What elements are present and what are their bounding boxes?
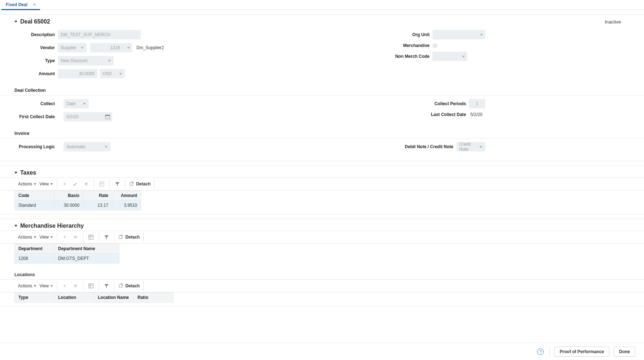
label-type: Type <box>14 58 58 63</box>
table-row[interactable]: 1208 DM:GTS_DEPT <box>15 254 630 263</box>
label-collect: Collect <box>14 101 58 106</box>
filter-icon[interactable] <box>103 233 110 241</box>
note-type-select: Credit Note <box>456 142 485 151</box>
table-row[interactable]: Standard 30.0000 13.17 3.9510 <box>15 201 630 210</box>
edit-icon <box>71 180 79 188</box>
label-non-merch-code: Non Merch Code <box>375 54 432 59</box>
actions-menu[interactable]: Actions <box>18 283 36 288</box>
svg-rect-2 <box>100 182 104 186</box>
svg-rect-10 <box>89 284 93 288</box>
table-header-row: Department Department Name <box>15 244 630 254</box>
label-collect-periods: Collect Periods <box>411 101 469 106</box>
non-merch-code-lookup-button <box>458 52 467 61</box>
svg-rect-6 <box>89 235 93 239</box>
collect-select: Date <box>64 99 89 108</box>
vendor-lookup-button <box>123 43 132 52</box>
calendar-icon <box>103 112 112 121</box>
type-select: New Discount <box>58 56 114 65</box>
page-title: Deal 65002 <box>20 18 50 25</box>
export-icon[interactable] <box>87 233 95 241</box>
section-locations: Locations <box>0 267 644 279</box>
col-dept-name: Department Name <box>55 244 119 254</box>
table-header-row: Type Location Location Name Ratio <box>15 293 630 303</box>
svg-rect-1 <box>105 115 110 116</box>
label-note-type: Debit Note / Credit Note <box>399 144 456 149</box>
chevron-down-icon[interactable] <box>14 21 17 23</box>
table-header-row: Code Basis Rate Amount <box>15 191 630 201</box>
vendor-name: Dm_Supplier2 <box>135 45 164 50</box>
col-location-name: Location Name <box>94 293 134 303</box>
table-options-icon <box>98 180 106 188</box>
status-badge: Inactive <box>605 19 621 25</box>
filter-icon[interactable] <box>113 180 121 188</box>
col-amount: Amount <box>112 191 141 201</box>
view-menu[interactable]: View <box>39 235 53 240</box>
col-type: Type <box>15 293 55 303</box>
col-basis: Basis <box>55 191 83 201</box>
view-menu[interactable]: View <box>39 181 53 187</box>
detach-button[interactable]: Detach <box>118 235 140 240</box>
merchandise-checkbox <box>432 43 438 48</box>
col-rate: Rate <box>83 191 112 201</box>
svg-rect-5 <box>130 183 133 185</box>
delete-icon: ✕ <box>71 233 79 241</box>
add-icon: ＋ <box>61 233 69 241</box>
last-collect-date-value: 5/2/20 <box>469 112 482 117</box>
vendor-type-select: Supplier <box>58 43 87 52</box>
delete-icon: ✕ <box>71 282 79 290</box>
label-org-unit: Org Unit <box>375 32 432 37</box>
section-invoice: Invoice <box>0 129 644 138</box>
col-code: Code <box>15 191 55 201</box>
label-description: Description <box>14 32 58 37</box>
tab-label: Fixed Deal <box>6 2 27 7</box>
delete-icon: ✕ <box>82 180 90 188</box>
detach-button[interactable]: Detach <box>118 283 140 288</box>
currency-select: USD <box>100 69 125 78</box>
export-icon[interactable] <box>87 282 95 290</box>
close-icon[interactable]: × <box>33 2 36 7</box>
col-department: Department <box>15 244 55 254</box>
processing-logic-select: Automatic <box>64 142 110 151</box>
actions-menu[interactable]: Actions <box>18 181 36 187</box>
col-location: Location <box>55 293 94 303</box>
svg-rect-9 <box>119 236 122 239</box>
chevron-down-icon[interactable] <box>14 172 17 174</box>
org-unit-field <box>432 30 476 39</box>
label-first-collect-date: First Collect Date <box>14 114 58 119</box>
col-ratio: Ratio <box>134 293 174 303</box>
label-last-collect-date: Last Collect Date <box>411 112 469 117</box>
section-merch-hier: Merchandise Hierarchy <box>20 223 84 229</box>
view-menu[interactable]: View <box>39 283 53 288</box>
add-icon: ＋ <box>61 282 69 290</box>
label-amount: Amount <box>14 71 58 76</box>
first-collect-date-field: 5/2/20 <box>64 112 112 121</box>
section-taxes: Taxes <box>20 170 36 176</box>
chevron-down-icon[interactable] <box>14 225 17 227</box>
section-deal-collection: Deal Collection <box>0 86 644 95</box>
filter-icon[interactable] <box>103 282 110 290</box>
actions-menu[interactable]: Actions <box>18 235 36 240</box>
amount-field: 30.0000 <box>58 69 97 78</box>
non-merch-code-field <box>432 52 458 61</box>
detach-button[interactable]: Detach <box>129 181 151 187</box>
add-icon: ＋ <box>61 180 69 188</box>
org-unit-lookup-button <box>476 30 485 39</box>
tab-fixed-deal[interactable]: Fixed Deal × <box>1 0 40 10</box>
label-merchandise: Merchandise <box>375 43 432 48</box>
vendor-id-field: 1218 <box>90 43 123 52</box>
label-processing-logic: Processing Logic <box>14 144 58 149</box>
collect-periods-field: 1 <box>469 99 485 108</box>
label-vendor: Vendor <box>14 45 58 50</box>
description-field: DM_TEST_SUP_MERCH <box>58 30 141 39</box>
svg-rect-13 <box>119 284 122 287</box>
